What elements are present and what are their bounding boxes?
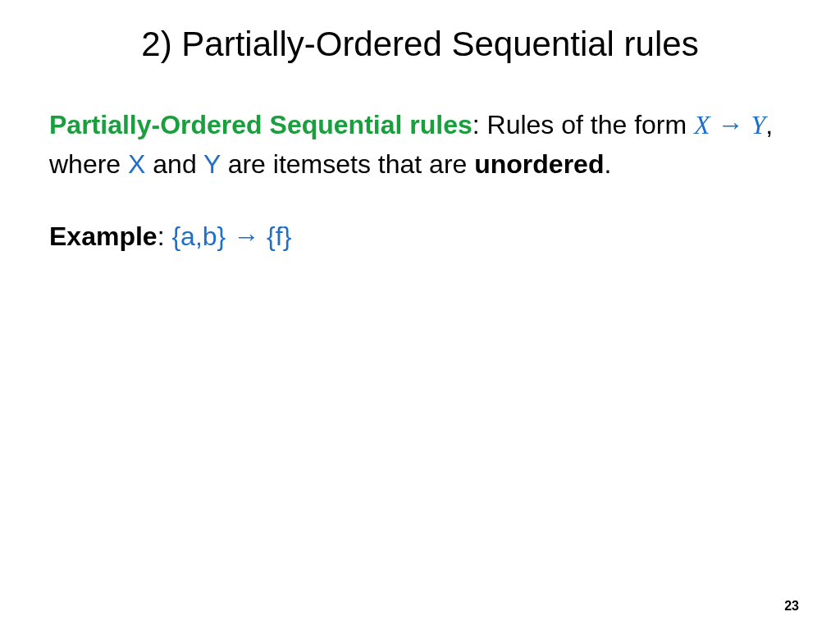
definition-middle: and [145, 149, 203, 179]
definition-paragraph: Partially-Ordered Sequential rules: Rule… [49, 105, 791, 184]
definition-text-before: : Rules of the form [472, 110, 694, 139]
page-number: 23 [784, 599, 799, 614]
example-expression: {a,b} → {f} [171, 221, 291, 251]
x-label: X [128, 149, 145, 179]
definition-term: Partially-Ordered Sequential rules [49, 110, 472, 139]
definition-period: . [604, 149, 611, 179]
example-label: Example [49, 221, 158, 251]
example-colon: : [158, 221, 172, 251]
formula-arrow: → [710, 110, 751, 139]
unordered-word: unordered [474, 149, 604, 179]
formula-x: X [694, 110, 710, 139]
y-label: Y [203, 149, 221, 179]
definition-end: are itemsets that are [221, 149, 474, 179]
example-paragraph: Example: {a,b} → {f} [49, 217, 791, 256]
formula-y: Y [751, 110, 765, 139]
slide-title: 2) Partially-Ordered Sequential rules [49, 25, 791, 64]
